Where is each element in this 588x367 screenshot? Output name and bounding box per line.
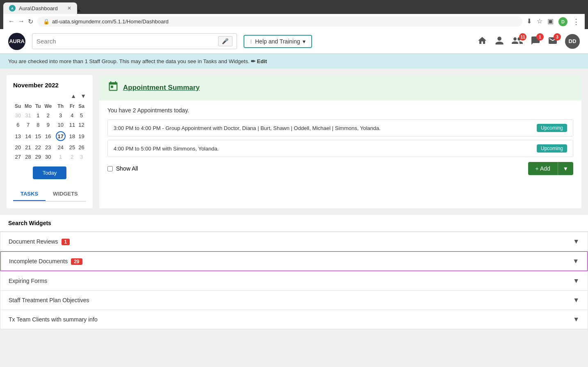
calendar-day[interactable]: 18 [68, 130, 77, 143]
calendar-day[interactable]: 4 [68, 111, 77, 120]
calendar-day[interactable]: 2 [68, 152, 77, 162]
download-icon[interactable]: ⬇ [526, 17, 532, 26]
accordion-header[interactable]: Expiring Forms ▼ [0, 271, 588, 290]
calendar-day[interactable]: 14 [23, 130, 34, 143]
app-logo[interactable]: AURA [8, 33, 25, 50]
close-tab-button[interactable]: ✕ [67, 5, 71, 11]
calendar-prev-button[interactable]: ▲ [71, 93, 76, 99]
patient-icon-button[interactable] [495, 36, 504, 47]
accordion-header[interactable]: Incomplete Documents29 ▼ [0, 251, 588, 271]
header-icons: 11 1 3 DD [477, 34, 580, 49]
calendar-day[interactable]: 2 [43, 111, 54, 120]
staff-badge: 11 [519, 33, 526, 41]
calendar-day[interactable]: 15 [34, 130, 43, 143]
url-box[interactable]: 🔒 atl-uata.sigmundemr.com/5.1.1/Home/Das… [37, 16, 522, 27]
appointments-list: 3:00 PM to 4:00 PM - Group Appointment w… [107, 119, 573, 157]
calendar-nav: ▲ ▼ [13, 93, 86, 99]
show-all-checkbox[interactable] [107, 166, 113, 171]
accordion-label: Document Reviews1 [9, 238, 70, 245]
accordion-label: Tx Team Clients with summary info [9, 316, 98, 323]
accordion-chevron-icon: ▼ [573, 277, 579, 285]
calendar-day[interactable]: 30 [43, 152, 54, 162]
accordion-label: Staff Treatment Plan Objectives [9, 297, 89, 303]
accordion-item: Expiring Forms ▼ [0, 271, 588, 291]
home-icon-button[interactable] [477, 36, 487, 47]
user-avatar-button[interactable]: DD [565, 34, 580, 49]
calendar-day[interactable]: 7 [23, 120, 34, 130]
new-tab-button[interactable]: + [77, 7, 80, 14]
mail-icon-button[interactable]: 3 [548, 36, 558, 47]
add-dropdown-button[interactable]: ▼ [558, 162, 573, 175]
notice-text: You are checked into more than 1 Staff G… [8, 58, 249, 64]
accordion-header[interactable]: Staff Treatment Plan Objectives ▼ [0, 291, 588, 310]
upcoming-badge: Upcoming [537, 124, 567, 132]
accordion-item: Staff Treatment Plan Objectives ▼ [0, 291, 588, 310]
calendar-day[interactable]: 27 [13, 152, 23, 162]
calendar-day[interactable]: 10 [54, 120, 68, 130]
widget-accordion: Document Reviews1 ▼ Incomplete Documents… [0, 232, 588, 329]
bookmark-icon[interactable]: ☆ [537, 17, 542, 26]
calendar-day[interactable]: 13 [13, 130, 23, 143]
appointment-body: You have 2 Appointments today. 3:00 PM t… [99, 100, 581, 182]
calendar-day[interactable]: 1 [54, 152, 68, 162]
extension-icon[interactable]: ▣ [547, 17, 554, 26]
accordion-item: Incomplete Documents29 ▼ [0, 251, 588, 271]
back-button[interactable]: ← [8, 18, 15, 25]
calendar-day[interactable]: 16 [43, 130, 54, 143]
calendar-day[interactable]: 9 [43, 120, 54, 130]
mic-button[interactable]: 🎤 [218, 36, 232, 46]
appointment-text: 4:00 PM to 5:00 PM with Simmons, Yolanda… [114, 146, 537, 152]
calendar-day[interactable]: 24 [54, 143, 68, 152]
help-training-button[interactable]: ⁝ Help and Training ▾ [244, 35, 312, 48]
reload-button[interactable]: ↻ [28, 18, 33, 25]
upcoming-badge: Upcoming [537, 144, 567, 153]
browser-user-icon[interactable]: D [558, 17, 567, 26]
calendar-day[interactable]: 21 [23, 143, 34, 152]
calendar-day[interactable]: 11 [68, 120, 77, 130]
calendar-day[interactable]: 19 [77, 130, 86, 143]
chat-badge: 1 [536, 33, 544, 41]
search-input[interactable] [36, 38, 218, 45]
calendar-day[interactable]: 30 [13, 111, 23, 120]
calendar-day[interactable]: 22 [34, 143, 43, 152]
calendar-day[interactable]: 12 [77, 120, 86, 130]
appointment-text: 3:00 PM to 4:00 PM - Group Appointment w… [114, 125, 537, 131]
accordion-header[interactable]: Document Reviews1 ▼ [0, 232, 588, 251]
cal-header-su: Su [13, 102, 23, 111]
calendar-day[interactable]: 28 [23, 152, 34, 162]
browser-tab[interactable]: A Aura\Dashboard ✕ [3, 2, 77, 14]
cal-header-fr: Fr [68, 102, 77, 111]
calendar-day[interactable]: 3 [54, 111, 68, 120]
calendar-day[interactable]: 5 [77, 111, 86, 120]
calendar-day[interactable]: 1 [34, 111, 43, 120]
app-header: AURA 🎤 ⁝ Help and Training ▾ 11 1 3 DD [0, 29, 588, 54]
calendar-panel: November 2022 ▲ ▼ Su Mo Tu We Th Fr Sa 3… [7, 75, 93, 208]
chat-icon-button[interactable]: 1 [531, 36, 540, 47]
calendar-day[interactable]: 25 [68, 143, 77, 152]
calendar-day[interactable]: 23 [43, 143, 54, 152]
staff-icon-button[interactable]: 11 [512, 36, 523, 47]
calendar-day[interactable]: 17 [54, 130, 68, 143]
accordion-header[interactable]: Tx Team Clients with summary info ▼ [0, 310, 588, 329]
today-button[interactable]: Today [33, 166, 67, 179]
accordion-item: Document Reviews1 ▼ [0, 232, 588, 251]
calendar-day[interactable]: 31 [23, 111, 34, 120]
browser-menu-button[interactable]: ⋮ [572, 17, 580, 26]
calendar-next-button[interactable]: ▼ [80, 93, 86, 99]
search-container: 🎤 [32, 33, 237, 49]
edit-link[interactable]: ✏ Edit [251, 58, 267, 64]
calendar-day[interactable]: 29 [34, 152, 43, 162]
address-bar: ← → ↻ 🔒 atl-uata.sigmundemr.com/5.1.1/Ho… [3, 14, 585, 29]
tab-tasks[interactable]: TASKS [13, 187, 46, 201]
calendar-day[interactable]: 3 [77, 152, 86, 162]
browser-chrome: A Aura\Dashboard ✕ + ← → ↻ 🔒 atl-uata.si… [0, 0, 588, 29]
calendar-day[interactable]: 26 [77, 143, 86, 152]
calendar-day[interactable]: 20 [13, 143, 23, 152]
tab-widgets[interactable]: WIDGETS [46, 187, 85, 201]
help-icon: ⁝ [250, 38, 252, 45]
accordion-item: Tx Team Clients with summary info ▼ [0, 310, 588, 329]
forward-button[interactable]: → [18, 18, 25, 25]
add-button[interactable]: + Add [528, 162, 558, 175]
calendar-day[interactable]: 6 [13, 120, 23, 130]
calendar-day[interactable]: 8 [34, 120, 43, 130]
